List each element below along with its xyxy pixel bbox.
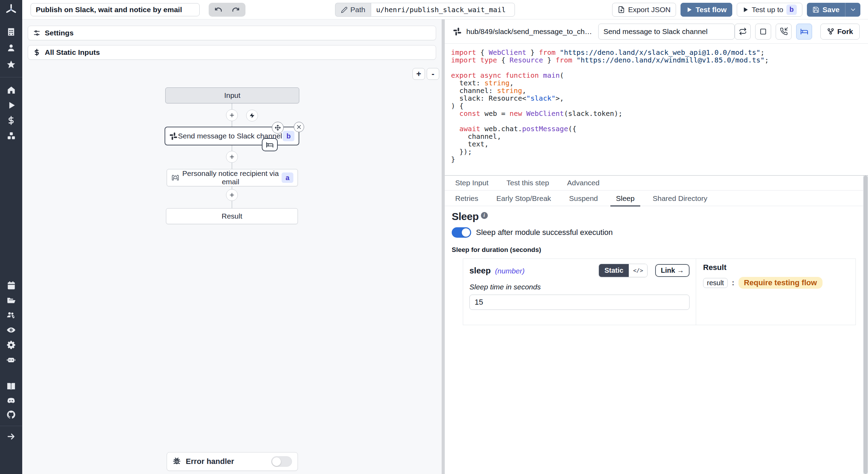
flow-node-result[interactable]: Result bbox=[166, 208, 298, 224]
delete-node-button[interactable] bbox=[294, 122, 304, 132]
tab-advanced[interactable]: Advanced bbox=[561, 176, 605, 190]
runs-play-icon[interactable] bbox=[6, 100, 16, 110]
github-icon[interactable] bbox=[6, 410, 16, 420]
result-separator: : bbox=[732, 279, 734, 287]
home-icon[interactable] bbox=[6, 85, 16, 95]
panel-splitter[interactable] bbox=[442, 19, 445, 474]
folders-icon[interactable] bbox=[6, 295, 16, 305]
sleep-input-hint: Sleep time in seconds bbox=[469, 283, 690, 291]
move-node-button[interactable] bbox=[272, 122, 284, 134]
early-stop-button[interactable] bbox=[755, 24, 771, 40]
file-down-icon bbox=[618, 6, 625, 13]
export-json-button[interactable]: Export JSON bbox=[612, 3, 676, 17]
workspace-icon[interactable] bbox=[6, 27, 16, 37]
expand-arrow-icon[interactable] bbox=[6, 432, 16, 441]
result-node-label: Result bbox=[222, 212, 242, 220]
sleep-toggle-label: Sleep after module successful execution bbox=[476, 228, 613, 237]
sleep-toggle-button[interactable] bbox=[796, 24, 812, 40]
code-editor[interactable]: import { WebClient } from "https://deno.… bbox=[445, 44, 868, 175]
tab-shared-directory[interactable]: Shared Directory bbox=[647, 191, 713, 206]
windmill-logo[interactable] bbox=[0, 0, 22, 19]
step-tabs: Step Input Test this step Advanced bbox=[445, 175, 868, 191]
scrollbar-thumb[interactable] bbox=[863, 176, 868, 474]
settings-gear-icon[interactable] bbox=[6, 340, 16, 350]
error-handler-toggle[interactable] bbox=[271, 456, 292, 467]
zoom-in-button[interactable]: + bbox=[412, 68, 425, 80]
play-icon bbox=[742, 7, 749, 13]
tab-early-stop-break[interactable]: Early Stop/Break bbox=[491, 191, 557, 206]
zap-icon bbox=[249, 112, 255, 119]
flow-title-input[interactable] bbox=[31, 3, 200, 16]
docs-book-icon[interactable] bbox=[6, 381, 16, 391]
workers-bot-icon[interactable] bbox=[6, 355, 16, 365]
schedules-calendar-icon[interactable] bbox=[6, 280, 16, 290]
chevron-down-icon bbox=[850, 6, 857, 13]
audit-eye-icon[interactable] bbox=[6, 325, 16, 335]
slack-icon bbox=[169, 132, 177, 140]
variables-dollar-icon[interactable] bbox=[6, 116, 16, 125]
sidebar bbox=[0, 0, 22, 474]
zoom-out-button[interactable]: - bbox=[427, 68, 439, 80]
save-icon bbox=[812, 6, 819, 13]
export-json-label: Export JSON bbox=[628, 6, 671, 14]
resources-boxes-icon[interactable] bbox=[6, 131, 16, 141]
path-input[interactable] bbox=[371, 3, 515, 17]
flow-settings-bar[interactable]: Settings bbox=[28, 26, 436, 40]
tab-step-input[interactable]: Step Input bbox=[450, 176, 494, 190]
result-key-chip[interactable]: result bbox=[703, 278, 728, 288]
sleep-indicator-chip[interactable] bbox=[262, 138, 278, 151]
tab-suspend[interactable]: Suspend bbox=[564, 191, 603, 206]
plus-icon bbox=[229, 154, 235, 160]
insert-step-button[interactable] bbox=[226, 109, 238, 121]
trigger-button[interactable] bbox=[246, 110, 258, 121]
error-handler-bar[interactable]: Error handler bbox=[167, 452, 298, 471]
plus-icon bbox=[229, 192, 235, 198]
groups-icon[interactable] bbox=[6, 310, 16, 320]
undo-icon[interactable] bbox=[211, 3, 226, 17]
test-up-to-label: Test up to bbox=[752, 6, 783, 14]
bug-icon bbox=[173, 457, 181, 466]
panel-scrollbar[interactable] bbox=[863, 176, 868, 474]
move-icon bbox=[274, 124, 281, 131]
tab-test-this-step[interactable]: Test this step bbox=[501, 176, 555, 190]
close-icon bbox=[296, 124, 302, 130]
favorites-star-icon[interactable] bbox=[6, 60, 16, 69]
step-summary-input[interactable] bbox=[598, 24, 735, 40]
sleep-enabled-toggle[interactable] bbox=[452, 227, 471, 238]
test-up-to-button[interactable]: Test up to b bbox=[737, 3, 802, 17]
phone-incoming-icon bbox=[780, 27, 788, 35]
flow-node-input[interactable]: Input bbox=[165, 87, 299, 103]
git-fork-icon bbox=[827, 28, 834, 35]
user-icon[interactable] bbox=[6, 43, 16, 53]
step-header: hub/849/slack/send_message_to_ch… Fork bbox=[445, 19, 868, 44]
test-flow-button[interactable]: Test flow bbox=[681, 3, 732, 17]
suspend-button[interactable] bbox=[776, 24, 792, 40]
tab-sleep[interactable]: Sleep bbox=[610, 191, 640, 206]
static-mode-button[interactable]: Static bbox=[599, 264, 629, 277]
fork-button[interactable]: Fork bbox=[820, 24, 860, 40]
sleep-seconds-input[interactable] bbox=[469, 295, 690, 310]
discord-icon[interactable] bbox=[6, 396, 16, 406]
square-icon bbox=[759, 28, 767, 35]
all-static-inputs-bar[interactable]: All Static Inputs bbox=[28, 45, 436, 60]
save-dropdown-button[interactable] bbox=[845, 3, 860, 17]
flow-node-email[interactable]: Personally notice recipient via email a bbox=[167, 169, 298, 186]
toggle-knob bbox=[272, 457, 281, 466]
insert-step-button[interactable] bbox=[226, 189, 238, 201]
step-detail-panel: hub/849/slack/send_message_to_ch… Fork bbox=[445, 19, 868, 474]
input-mode-segmented: Static </> bbox=[599, 264, 648, 277]
info-icon[interactable]: i bbox=[481, 212, 488, 219]
hub-script-path: hub/849/slack/send_message_to_ch… bbox=[466, 27, 592, 36]
tab-retries[interactable]: Retries bbox=[450, 191, 484, 206]
code-mode-button[interactable]: </> bbox=[629, 264, 647, 277]
redo-icon[interactable] bbox=[228, 3, 243, 17]
bed-icon bbox=[800, 27, 808, 35]
link-button[interactable]: Link → bbox=[655, 264, 690, 277]
save-button[interactable]: Save bbox=[807, 3, 845, 17]
retries-toggle-button[interactable] bbox=[735, 24, 751, 40]
email-node-label: Personally notice recipient via email bbox=[180, 169, 282, 186]
save-label: Save bbox=[823, 6, 840, 14]
insert-step-button[interactable] bbox=[226, 151, 238, 163]
path-button[interactable]: Path bbox=[335, 3, 371, 17]
plus-icon bbox=[229, 112, 235, 118]
